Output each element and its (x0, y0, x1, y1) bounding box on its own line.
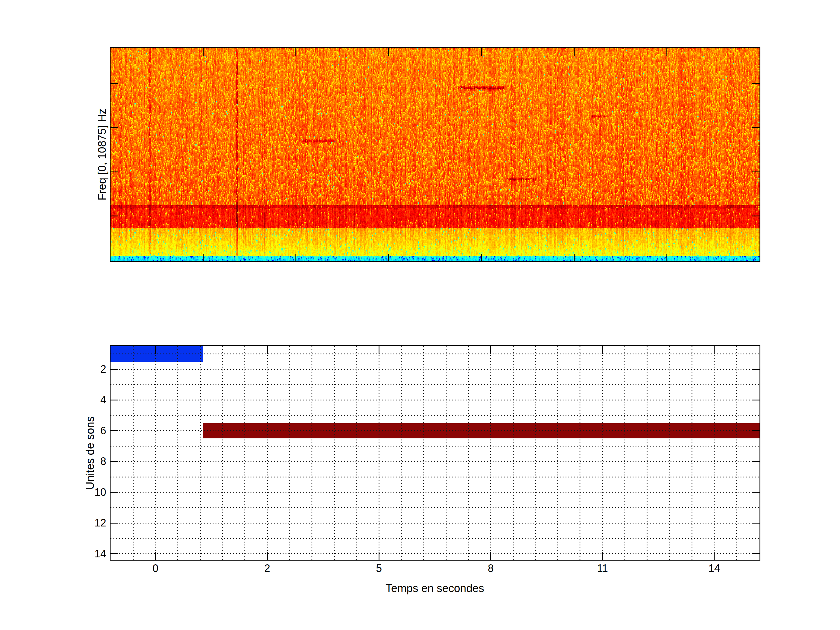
vertical-gridline (155, 346, 156, 560)
vertical-gridline (133, 346, 134, 560)
y-tick-mark (111, 216, 118, 216)
x-tick-mark (155, 346, 156, 354)
vertical-gridline (490, 346, 491, 560)
x-tick-mark (267, 346, 268, 354)
horizontal-gridline (111, 477, 759, 477)
horizontal-gridline (111, 415, 759, 416)
horizontal-gridline (111, 538, 759, 539)
x-tick-mark (267, 552, 268, 560)
sound-units-area (111, 346, 759, 560)
y-tick-mark (752, 172, 759, 172)
x-tick-mark (666, 254, 667, 261)
y-tick-label: 6 (71, 425, 106, 437)
horizontal-gridline (111, 507, 759, 508)
x-tick-mark (388, 254, 389, 261)
y-tick-mark (752, 523, 759, 524)
vertical-gridline (379, 346, 379, 560)
y-tick-mark (752, 216, 759, 216)
x-tick-mark (203, 48, 204, 56)
horizontal-gridline (111, 461, 759, 462)
x-tick-label: 11 (597, 563, 608, 574)
y-tick-label: 8 (71, 456, 106, 467)
horizontal-gridline (111, 492, 759, 493)
x-tick-mark (155, 552, 156, 560)
y-tick-mark (752, 553, 759, 554)
x-tick-mark (602, 346, 603, 354)
y-tick-mark (111, 83, 118, 84)
y-tick-label: 12 (71, 517, 106, 529)
vertical-gridline (177, 346, 178, 560)
vertical-gridline (669, 346, 670, 560)
y-tick-label: 2 (71, 363, 106, 375)
x-tick-mark (490, 346, 491, 354)
vertical-gridline (468, 346, 469, 560)
y-tick-mark (752, 83, 759, 84)
vertical-gridline (423, 346, 424, 560)
x-tick-label: 14 (709, 563, 720, 574)
y-tick-mark (111, 172, 118, 172)
x-tick-label: 2 (264, 563, 270, 574)
vertical-gridline (446, 346, 447, 560)
x-tick-mark (574, 254, 575, 261)
y-tick-mark (752, 369, 759, 370)
y-tick-mark (111, 523, 118, 524)
horizontal-gridline (111, 553, 759, 554)
vertical-gridline (245, 346, 245, 560)
time-xlabel: Temps en secondes (385, 582, 484, 594)
horizontal-gridline (111, 384, 759, 385)
vertical-gridline (714, 346, 715, 560)
x-tick-mark (602, 552, 603, 560)
horizontal-gridline (111, 430, 759, 431)
x-tick-mark (203, 254, 204, 261)
y-tick-mark (752, 430, 759, 431)
vertical-gridline (736, 346, 737, 560)
x-tick-mark (388, 48, 389, 56)
vertical-gridline (334, 346, 335, 560)
sound-units-axes (110, 345, 760, 561)
x-tick-label: 0 (153, 563, 158, 574)
y-tick-mark (752, 461, 759, 462)
x-tick-mark (295, 254, 296, 261)
y-tick-mark (111, 553, 118, 554)
vertical-gridline (222, 346, 223, 560)
y-tick-mark (111, 369, 118, 370)
horizontal-gridline (111, 446, 759, 447)
vertical-gridline (311, 346, 313, 560)
spectrogram-ylabel: Freq [0, 10875] Hz (96, 109, 108, 201)
horizontal-gridline (111, 369, 759, 370)
vertical-gridline (200, 346, 201, 560)
vertical-gridline (267, 346, 268, 560)
x-tick-mark (574, 48, 575, 56)
vertical-gridline (624, 346, 625, 560)
spectrogram-image (111, 48, 759, 261)
x-tick-mark (490, 552, 491, 560)
vertical-gridline (557, 346, 558, 560)
horizontal-gridline (111, 523, 759, 524)
x-tick-mark (714, 346, 715, 354)
horizontal-gridline (111, 399, 759, 401)
x-tick-mark (481, 254, 482, 261)
y-tick-mark (111, 127, 118, 128)
x-tick-label: 8 (488, 563, 494, 574)
y-tick-mark (111, 430, 118, 431)
vertical-gridline (513, 346, 514, 560)
x-tick-mark (481, 48, 482, 56)
y-tick-mark (752, 492, 759, 493)
x-tick-mark (379, 552, 379, 560)
y-tick-mark (111, 461, 118, 462)
vertical-gridline (401, 346, 402, 560)
x-tick-mark (714, 552, 715, 560)
y-tick-label: 4 (71, 394, 106, 406)
y-tick-mark (111, 492, 118, 493)
x-tick-label: 5 (376, 563, 382, 574)
spectrogram-axes (110, 47, 760, 262)
y-tick-mark (111, 399, 118, 401)
spectrogram-area (111, 48, 759, 261)
x-tick-mark (379, 346, 379, 354)
y-tick-label: 10 (71, 486, 106, 498)
x-tick-mark (295, 48, 296, 56)
x-tick-mark (666, 48, 667, 56)
horizontal-gridline (111, 354, 759, 354)
y-tick-mark (752, 127, 759, 128)
vertical-gridline (289, 346, 290, 560)
